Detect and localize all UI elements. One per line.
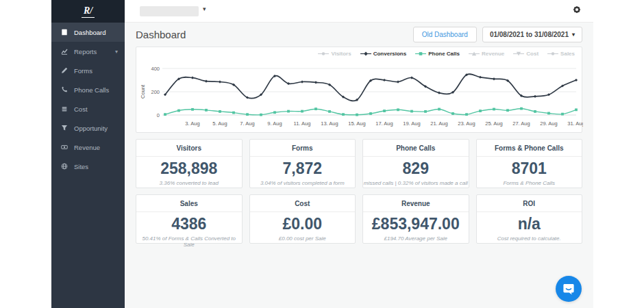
card-value: 829 [363, 161, 469, 177]
y-tick-label: 0 [157, 112, 160, 118]
data-point [314, 81, 317, 84]
data-point [534, 95, 536, 98]
data-point [219, 80, 221, 83]
card-title: ROI [477, 195, 582, 212]
x-tick-label: 7. Aug [240, 120, 254, 127]
legend-item-cost[interactable]: Cost [513, 51, 538, 57]
x-tick-label: 19. Aug [403, 120, 420, 127]
card-subtitle: 3.36% converted to lead [136, 180, 242, 186]
data-point [314, 107, 317, 110]
legend-item-phone-calls[interactable]: Phone Calls [415, 51, 460, 57]
card-title: Forms & Phone Calls [477, 140, 582, 157]
series-line-conversions [165, 74, 576, 101]
data-point [356, 114, 358, 116]
legend-item-revenue[interactable]: Revenue [469, 51, 504, 57]
banknote-icon [60, 144, 68, 151]
x-tick-label: 29. Aug [540, 120, 557, 127]
card-value: n/a [477, 216, 582, 232]
data-point [465, 113, 468, 116]
date-range-button[interactable]: 01/08/2021 to 31/08/2021 ▾ [482, 27, 582, 42]
sidebar-item-revenue[interactable]: Revenue [51, 138, 125, 157]
data-point [232, 112, 235, 114]
data-point [547, 112, 550, 115]
page-title: Dashboard [136, 29, 186, 40]
stat-card-sales: Sales438650.41% of Forms & Calls Convert… [136, 194, 243, 244]
data-point [191, 108, 194, 111]
card-title: Forms [250, 140, 356, 157]
y-tick-label: 200 [151, 89, 160, 95]
x-tick-label: 13. Aug [321, 120, 338, 127]
data-point [287, 110, 290, 113]
legend-label: Phone Calls [428, 51, 460, 57]
chat-widget-button[interactable] [556, 276, 582, 302]
sidebar-item-opportunity[interactable]: Opportunity [51, 118, 125, 138]
page-header: Dashboard Old Dashboard 01/08/2021 to 31… [125, 23, 593, 47]
x-tick-label: 5. Aug [212, 120, 227, 127]
card-title: Revenue [363, 195, 469, 212]
sidebar-item-sites[interactable]: Sites [51, 157, 125, 176]
card-value: 8701 [477, 161, 582, 177]
data-point [383, 79, 386, 81]
data-point [520, 107, 523, 110]
account-select[interactable] [140, 6, 199, 16]
data-point [410, 110, 413, 113]
old-dashboard-button[interactable]: Old Dashboard [413, 27, 477, 42]
card-subtitle: Forms & Phone Calls [477, 180, 582, 186]
stat-card-forms-phone-calls: Forms & Phone Calls8701Forms & Phone Cal… [476, 139, 583, 188]
stat-card-roi: ROIn/aCost required to calculate. [476, 194, 583, 244]
data-point [342, 113, 345, 116]
topbar: ▾ [125, 0, 593, 23]
sidebar-item-dashboard[interactable]: Dashboard [51, 23, 125, 42]
triangle-marker-icon [469, 51, 480, 57]
header-actions: Old Dashboard 01/08/2021 to 31/08/2021 ▾ [413, 27, 582, 42]
legend-label: Revenue [482, 51, 504, 57]
sidebar-item-label: Forms [74, 67, 92, 75]
data-point [410, 77, 413, 79]
card-subtitle: missed calls | 0.32% of visitors made a … [363, 180, 469, 186]
card-subtitle: 50.41% of Forms & Calls Converted to Sal… [136, 235, 242, 248]
legend-item-conversions[interactable]: Conversions [360, 51, 406, 57]
x-tick-label: 23. Aug [458, 120, 475, 127]
sidebar-item-phone-calls[interactable]: Phone Calls [51, 80, 125, 99]
data-point [575, 108, 578, 111]
data-point [301, 80, 304, 83]
card-title: Sales [136, 195, 242, 212]
app-logo[interactable]: R/ [51, 0, 125, 23]
sidebar-item-cost[interactable]: Cost [51, 99, 125, 118]
sidebar-menu: DashboardReports▾FormsPhone CallsCostOpp… [51, 23, 125, 176]
data-point [438, 108, 441, 111]
sidebar-item-label: Phone Calls [74, 86, 109, 94]
card-value: £0.00 [250, 216, 356, 232]
date-range-label: 01/08/2021 to 31/08/2021 [490, 31, 569, 38]
y-tick-label: 400 [151, 66, 160, 72]
globe-icon [60, 163, 68, 170]
sidebar-item-reports[interactable]: Reports▾ [51, 42, 125, 61]
sidebar-item-label: Opportunity [74, 125, 108, 132]
data-point [397, 80, 399, 83]
data-point [164, 113, 166, 116]
card-subtitle: Cost required to calculate. [477, 235, 582, 242]
card-title: Phone Calls [363, 140, 469, 157]
data-point [479, 110, 482, 112]
data-point [273, 111, 276, 114]
sidebar-item-forms[interactable]: Forms [51, 61, 125, 80]
data-point [219, 110, 221, 113]
select-caret-icon[interactable]: ▾ [203, 5, 206, 12]
settings-gear-icon[interactable] [571, 4, 582, 15]
data-point [191, 77, 194, 79]
data-point [424, 110, 427, 113]
x-tick-label: 11. Aug [294, 120, 311, 127]
diamond-marker-icon [360, 51, 371, 57]
data-point [451, 112, 454, 115]
dashboard-icon [60, 29, 68, 36]
data-point [246, 113, 249, 116]
legend-item-sales[interactable]: Sales [547, 51, 575, 57]
legend-item-visitors[interactable]: Visitors [318, 51, 351, 57]
cost-icon [60, 105, 68, 113]
chart-panel: VisitorsConversionsPhone CallsRevenueCos… [136, 47, 582, 133]
card-value: 258,898 [136, 161, 242, 177]
data-point [287, 82, 290, 85]
card-title: Visitors [136, 140, 242, 157]
card-value: 4386 [136, 216, 242, 232]
sidebar-item-label: Revenue [74, 144, 100, 151]
